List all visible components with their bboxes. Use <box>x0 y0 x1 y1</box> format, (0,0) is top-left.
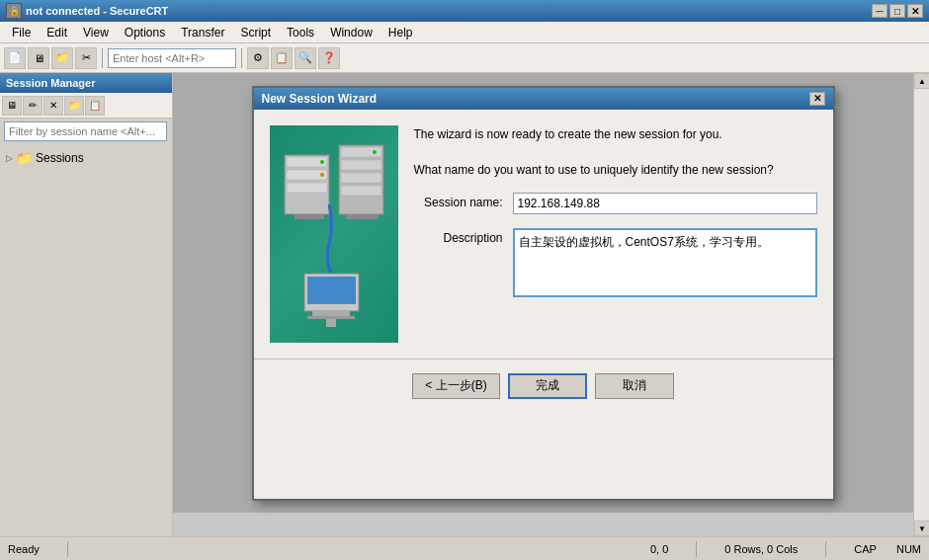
toolbar-btn-3[interactable]: 📁 <box>51 47 73 69</box>
sidebar-del-btn[interactable]: ✕ <box>43 96 63 116</box>
folder-icon: 📁 <box>16 150 33 166</box>
dialog-titlebar: New Session Wizard ✕ <box>254 88 833 110</box>
host-input[interactable] <box>108 48 236 68</box>
menu-options[interactable]: Options <box>117 24 173 41</box>
menu-script[interactable]: Script <box>232 24 279 41</box>
menu-file[interactable]: File <box>4 24 39 41</box>
sidebar: Session Manager 🖥 ✏ ✕ 📁 📋 ▷ 📁 Sessions <box>0 73 173 536</box>
status-sep-3 <box>825 541 826 557</box>
toolbar-btn-4[interactable]: ✂ <box>75 47 97 69</box>
window-controls: ─ □ ✕ <box>872 4 923 18</box>
dimensions: 0 Rows, 0 Cols <box>724 541 798 557</box>
svg-point-4 <box>320 160 324 164</box>
content-area: New Session Wizard ✕ <box>173 73 913 536</box>
filter-input[interactable] <box>4 121 167 141</box>
dialog-footer: < 上一步(B) 完成 取消 <box>254 359 833 413</box>
menu-bar: File Edit View Options Transfer Script T… <box>0 22 929 43</box>
status-sep-2 <box>696 541 697 557</box>
expand-icon[interactable]: ▷ <box>6 153 13 163</box>
finish-button[interactable]: 完成 <box>508 373 587 399</box>
session-name-label: Session name: <box>414 193 503 209</box>
status-text: Ready <box>8 543 40 555</box>
dialog-close-button[interactable]: ✕ <box>809 92 825 106</box>
toolbar-btn-5[interactable]: ⚙ <box>247 47 269 69</box>
status-right: 0, 0 0 Rows, 0 Cols CAP NUM <box>650 541 921 557</box>
wizard-text: The wizard is now ready to create the ne… <box>414 125 817 179</box>
svg-rect-9 <box>341 160 381 170</box>
svg-rect-13 <box>346 214 379 219</box>
svg-rect-15 <box>307 277 356 304</box>
svg-rect-3 <box>287 183 327 193</box>
sessions-tree: ▷ 📁 Sessions <box>0 144 172 172</box>
toolbar-btn-1[interactable]: 📄 <box>4 47 26 69</box>
sidebar-copy-btn[interactable]: 📋 <box>85 96 105 116</box>
status-bar: Ready 0, 0 0 Rows, 0 Cols CAP NUM <box>0 536 929 560</box>
description-row: Description 自主架设的虚拟机，CentOS7系统，学习专用。 <box>414 228 817 297</box>
wizard-illustration <box>270 125 398 343</box>
toolbar: 📄 🖥 📁 ✂ ⚙ 📋 🔍 ❓ <box>0 43 929 73</box>
server-svg <box>275 135 393 333</box>
sidebar-new-btn[interactable]: 🖥 <box>2 96 22 116</box>
svg-rect-11 <box>341 186 381 196</box>
svg-rect-6 <box>295 214 324 219</box>
toolbar-btn-8[interactable]: ❓ <box>318 47 340 69</box>
svg-rect-18 <box>326 319 336 327</box>
modal-overlay: New Session Wizard ✕ <box>173 73 913 513</box>
scroll-down-btn[interactable]: ▼ <box>914 520 929 536</box>
dialog-title: New Session Wizard <box>262 92 809 106</box>
coordinates: 0, 0 <box>650 541 668 557</box>
menu-window[interactable]: Window <box>322 24 380 41</box>
toolbar-separator-1 <box>102 48 103 68</box>
sidebar-edit-btn[interactable]: ✏ <box>23 96 42 116</box>
cancel-button[interactable]: 取消 <box>595 373 674 399</box>
description-label: Description <box>414 228 503 245</box>
sidebar-toolbar: 🖥 ✏ ✕ 📁 📋 <box>0 93 172 119</box>
sidebar-header: Session Manager <box>0 73 172 93</box>
title-bar: 🔒 not connected - SecureCRT ─ □ ✕ <box>0 0 929 22</box>
app-icon: 🔒 <box>6 3 22 19</box>
scroll-track <box>914 89 929 520</box>
description-textarea[interactable]: 自主架设的虚拟机，CentOS7系统，学习专用。 <box>513 228 817 297</box>
svg-point-12 <box>373 150 377 154</box>
new-session-dialog: New Session Wizard ✕ <box>252 86 835 501</box>
session-name-input[interactable] <box>513 193 817 214</box>
caps-indicator: CAP <box>854 541 877 557</box>
toolbar-separator-2 <box>241 48 242 68</box>
window-title: not connected - SecureCRT <box>26 5 872 17</box>
menu-view[interactable]: View <box>75 24 117 41</box>
scroll-up-btn[interactable]: ▲ <box>914 73 929 89</box>
svg-rect-10 <box>341 173 381 183</box>
status-sep-1 <box>67 541 68 557</box>
main-area: Session Manager 🖥 ✏ ✕ 📁 📋 ▷ 📁 Sessions N… <box>0 73 929 536</box>
close-button[interactable]: ✕ <box>907 4 923 18</box>
wizard-text-line2: What name do you want to use to uniquely… <box>414 163 774 177</box>
wizard-form: The wizard is now ready to create the ne… <box>414 125 817 343</box>
dialog-body: The wizard is now ready to create the ne… <box>254 110 833 413</box>
toolbar-btn-6[interactable]: 📋 <box>271 47 293 69</box>
right-scrollbar: ▲ ▼ <box>913 73 929 536</box>
svg-rect-17 <box>307 316 355 319</box>
toolbar-btn-2[interactable]: 🖥 <box>28 47 49 69</box>
svg-point-5 <box>320 173 324 177</box>
sessions-item[interactable]: ▷ 📁 Sessions <box>4 148 168 168</box>
back-button[interactable]: < 上一步(B) <box>412 373 499 399</box>
menu-tools[interactable]: Tools <box>279 24 322 41</box>
menu-transfer[interactable]: Transfer <box>173 24 232 41</box>
svg-rect-16 <box>312 311 350 316</box>
wizard-text-line1: The wizard is now ready to create the ne… <box>414 127 722 141</box>
session-name-row: Session name: <box>414 193 817 214</box>
num-indicator: NUM <box>896 541 921 557</box>
minimize-button[interactable]: ─ <box>872 4 887 18</box>
toolbar-btn-7[interactable]: 🔍 <box>295 47 316 69</box>
sidebar-folder-btn[interactable]: 📁 <box>64 96 84 116</box>
sessions-label[interactable]: Sessions <box>36 151 84 165</box>
dialog-content: The wizard is now ready to create the ne… <box>254 110 833 359</box>
menu-edit[interactable]: Edit <box>39 24 75 41</box>
menu-help[interactable]: Help <box>380 24 421 41</box>
maximize-button[interactable]: □ <box>889 4 905 18</box>
